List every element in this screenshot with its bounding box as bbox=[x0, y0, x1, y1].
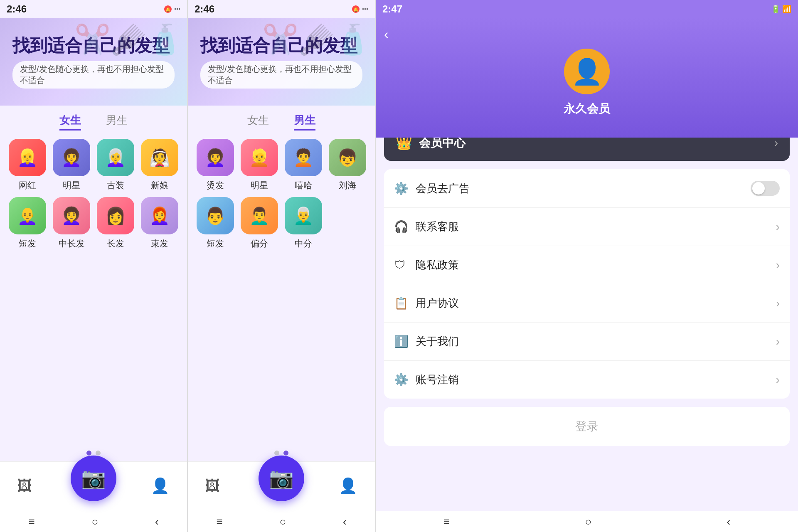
profile-btn-2[interactable]: 👤 bbox=[339, 477, 358, 496]
tabs-1: 女生 男生 bbox=[0, 106, 187, 135]
tab-female-2[interactable]: 女生 bbox=[247, 113, 269, 131]
settings-body: 👑 会员中心 › ⚙️ 会员去广告 🎧 联系客服 › � bbox=[376, 138, 798, 511]
phone-panel-1: 2:46 🔔 ··· ✂️🪮🧴 找到适合自己的发型 发型/发色随心更换，再也不用… bbox=[0, 0, 187, 532]
sys-menu-2[interactable]: ≡ bbox=[216, 515, 222, 528]
time-2: 2:46 bbox=[195, 3, 214, 15]
grid-item-duanfa[interactable]: 👩‍🦲 短发 bbox=[8, 197, 47, 249]
sys-menu-1[interactable]: ≡ bbox=[28, 515, 34, 528]
sys-back-3[interactable]: ‹ bbox=[727, 515, 731, 528]
dot-inactive-2 bbox=[274, 451, 279, 456]
grid-icon-xinniang: 👰 bbox=[141, 139, 178, 176]
sys-home-1[interactable]: ○ bbox=[91, 515, 98, 528]
back-button[interactable]: ‹ bbox=[376, 27, 397, 42]
grid-item-guzhuang[interactable]: 👩‍🦳 古装 bbox=[96, 139, 135, 191]
member-label: 永久会员 bbox=[564, 101, 610, 117]
camera-btn-1[interactable]: 📷 bbox=[71, 456, 116, 501]
status-bar-2: 2:46 🔔 ··· bbox=[188, 0, 375, 18]
grid-item-zhongchangfa[interactable]: 👩‍🦱 中长发 bbox=[52, 197, 91, 249]
member-card[interactable]: 👑 会员中心 › bbox=[384, 138, 790, 161]
grid-item-changfa[interactable]: 👩 长发 bbox=[96, 197, 135, 249]
grid-icon-zhongchangfa: 👩‍🦱 bbox=[53, 197, 90, 234]
crown-icon: 👑 bbox=[396, 138, 412, 151]
grid-icon-guzhuang: 👩‍🦳 bbox=[97, 139, 134, 176]
grid-item-xinniang[interactable]: 👰 新娘 bbox=[140, 139, 179, 191]
avatar: 👤 bbox=[564, 49, 610, 94]
status-icons-2: 🔔 ··· bbox=[352, 5, 368, 14]
camera-btn-2[interactable]: 📷 bbox=[259, 456, 304, 501]
toggle-knob-ads bbox=[752, 182, 765, 195]
profile-icon-1: 👤 bbox=[151, 477, 170, 496]
banner-deco-2: ✂️🪮🧴 bbox=[262, 22, 371, 57]
time-3: 2:47 bbox=[382, 3, 402, 15]
sys-back-2[interactable]: ‹ bbox=[343, 515, 347, 528]
grid-label-duanfa: 短发 bbox=[19, 238, 36, 249]
grid-icon-duanfa2: 👨 bbox=[197, 197, 234, 234]
settings-icon-ads: ⚙️ bbox=[394, 182, 409, 195]
profile-icon-2: 👤 bbox=[339, 477, 358, 496]
status-bar-1: 2:46 🔔 ··· bbox=[0, 0, 187, 18]
settings-icon-privacy: 🛡 bbox=[394, 258, 409, 272]
banner-subtitle-2: 发型/发色随心更换，再也不用担心发型不适合 bbox=[208, 64, 355, 86]
sys-home-2[interactable]: ○ bbox=[279, 515, 286, 528]
grid-item-mingxing[interactable]: 👩‍🦱 明星 bbox=[52, 139, 91, 191]
tab-female-1[interactable]: 女生 bbox=[59, 113, 81, 131]
settings-item-terms[interactable]: 📋 用户协议 › bbox=[384, 284, 790, 323]
settings-item-support[interactable]: 🎧 联系客服 › bbox=[384, 208, 790, 246]
banner-2: ✂️🪮🧴 找到适合自己的发型 发型/发色随心更换，再也不用担心发型不适合 bbox=[188, 18, 375, 106]
banner-deco: ✂️🪮🧴 bbox=[74, 22, 183, 57]
notif-icon-2: 🔔 bbox=[352, 5, 360, 13]
grid-label-tangfa: 烫发 bbox=[207, 180, 224, 191]
settings-item-privacy[interactable]: 🛡 隐私政策 › bbox=[384, 246, 790, 284]
grid-item-liuhai[interactable]: 👦 刘海 bbox=[328, 139, 367, 191]
grid-item-tangfa[interactable]: 👩‍🦱 烫发 bbox=[196, 139, 234, 191]
grid-label-pianfen: 偏分 bbox=[251, 238, 268, 249]
grid-icon-tangfa: 👩‍🦱 bbox=[197, 139, 234, 176]
grid-icon-pianfen: 👨‍🦱 bbox=[241, 197, 278, 234]
settings-header: ‹ 👤 永久会员 bbox=[376, 18, 798, 138]
sys-home-3[interactable]: ○ bbox=[585, 515, 591, 528]
profile-btn-1[interactable]: 👤 bbox=[151, 477, 170, 496]
grid-row1-2: 👩‍🦱 烫发 👱 明星 🧑‍🦱 嘻哈 👦 刘海 bbox=[196, 139, 367, 191]
grid-label-xiha: 嘻哈 bbox=[295, 180, 312, 191]
grid-label-mingxing2: 明星 bbox=[251, 180, 268, 191]
settings-label-about: 关于我们 bbox=[416, 334, 769, 349]
grid-icon-zhongfen: 👨‍🦳 bbox=[285, 197, 322, 234]
tab-male-1[interactable]: 男生 bbox=[106, 113, 128, 131]
grid-item-pianfen[interactable]: 👨‍🦱 偏分 bbox=[240, 197, 278, 249]
gallery-btn-2[interactable]: 🖼 bbox=[205, 477, 224, 496]
settings-icon-deregister: ⚙️ bbox=[394, 373, 409, 387]
grid-label-zhongfen: 中分 bbox=[295, 238, 312, 249]
grid-item-zhongfen[interactable]: 👨‍🦳 中分 bbox=[284, 197, 323, 249]
sys-nav-1: ≡ ○ ‹ bbox=[0, 511, 187, 532]
grid-item-xiha[interactable]: 🧑‍🦱 嘻哈 bbox=[284, 139, 323, 191]
settings-label-terms: 用户协议 bbox=[416, 296, 769, 310]
grid-item-duanfa2[interactable]: 👨 短发 bbox=[196, 197, 234, 249]
chevron-about: › bbox=[776, 335, 780, 348]
toggle-ads[interactable] bbox=[751, 181, 780, 196]
settings-item-deregister[interactable]: ⚙️ 账号注销 › bbox=[384, 361, 790, 399]
dot-inactive-1 bbox=[96, 451, 101, 456]
grid-item-shufa[interactable]: 👩‍🦰 束发 bbox=[140, 197, 179, 249]
grid-item-mingxing2[interactable]: 👱 明星 bbox=[240, 139, 278, 191]
login-button[interactable]: 登录 bbox=[384, 407, 790, 446]
grid-icon-liuhai: 👦 bbox=[329, 139, 366, 176]
sys-back-1[interactable]: ‹ bbox=[155, 515, 159, 528]
grid-label-zhongchangfa: 中长发 bbox=[59, 238, 85, 249]
grid-item-wanghong[interactable]: 👱‍♀️ 网红 bbox=[8, 139, 47, 191]
status-bar-3: 2:47 🔋 📶 bbox=[376, 0, 798, 18]
gallery-btn-1[interactable]: 🖼 bbox=[17, 477, 36, 496]
settings-list: ⚙️ 会员去广告 🎧 联系客服 › 🛡 隐私政策 › 📋 用户协议 bbox=[384, 169, 790, 399]
gallery-icon-1: 🖼 bbox=[17, 477, 36, 496]
tab-male-2[interactable]: 男生 bbox=[294, 113, 315, 131]
settings-panel: 2:47 🔋 📶 ‹ 👤 永久会员 👑 会员中心 › ⚙️ 会员去广告 bbox=[376, 0, 798, 532]
settings-item-about[interactable]: ℹ️ 关于我们 › bbox=[384, 323, 790, 361]
settings-label-deregister: 账号注销 bbox=[416, 372, 769, 387]
gallery-icon-2: 🖼 bbox=[205, 477, 224, 496]
sys-menu-3[interactable]: ≡ bbox=[443, 515, 450, 528]
chevron-privacy: › bbox=[776, 259, 780, 272]
avatar-icon: 👤 bbox=[571, 57, 603, 86]
settings-item-ads[interactable]: ⚙️ 会员去广告 bbox=[384, 169, 790, 208]
camera-icon-1: 📷 bbox=[81, 467, 106, 490]
chevron-terms: › bbox=[776, 297, 780, 310]
dot-active-2 bbox=[283, 451, 288, 456]
